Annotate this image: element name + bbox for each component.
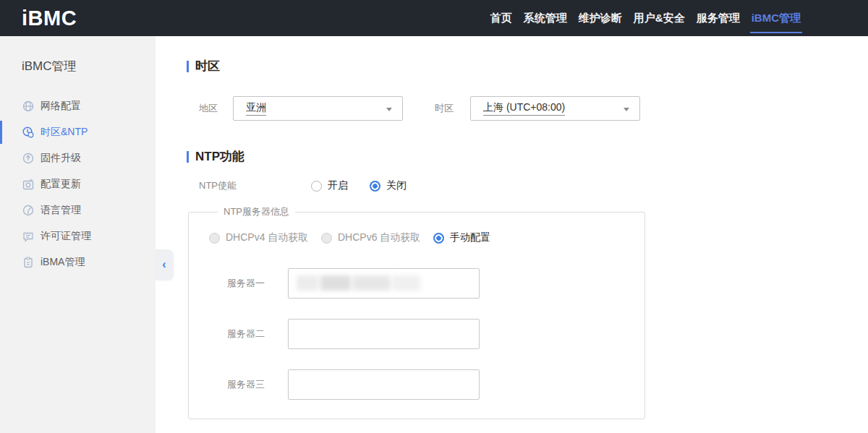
server-one-label: 服务器一 [209, 277, 288, 290]
network-icon [22, 100, 34, 113]
ntp-section-title: NTP功能 [187, 148, 868, 165]
sidebar-title: iBMC管理 [22, 58, 156, 74]
timezone-select[interactable]: 上海 (UTC+08:00) [470, 96, 640, 121]
server-three-input[interactable] [288, 369, 480, 400]
license-icon [22, 231, 34, 243]
section-accent-bar [187, 151, 189, 163]
nav-user-security[interactable]: 用户&安全 [628, 0, 691, 36]
firmware-upgrade-icon [22, 153, 34, 165]
sidebar-item-label: 固件升级 [41, 152, 81, 165]
ntp-server-mode-row: DHCPv4 自动获取 DHCPv6 自动获取 手动配置 [209, 231, 644, 244]
sidebar: iBMC管理 网络配置 时区&NTP 固件升级 配置更新 [0, 36, 156, 433]
sidebar-item-language-management[interactable]: 语言管理 [0, 197, 156, 223]
sidebar-item-label: 语言管理 [41, 204, 81, 217]
sidebar-item-ibma-management[interactable]: iBMA管理 [0, 249, 156, 275]
radio-selected-icon [433, 233, 444, 244]
chevron-left-icon: ‹ [162, 258, 166, 271]
manual-config-radio[interactable]: 手动配置 [433, 231, 545, 244]
nav-home[interactable]: 首页 [485, 0, 518, 36]
ntp-enable-on-radio[interactable]: 开启 [311, 179, 348, 192]
nav-ibmc-management[interactable]: iBMC管理 [746, 0, 807, 36]
chevron-down-icon [624, 108, 629, 111]
nav-system-management[interactable]: 系统管理 [518, 0, 573, 36]
ntp-section: NTP功能 NTP使能 开启 关闭 NTP服务器信息 DHC [187, 148, 868, 419]
radio-disabled-icon [209, 233, 220, 244]
sidebar-item-network-config[interactable]: 网络配置 [0, 93, 156, 119]
sidebar-item-label: iBMA管理 [41, 256, 85, 269]
chevron-down-icon [386, 108, 392, 111]
server-three-row: 服务器三 [209, 369, 644, 400]
sidebar-collapse-handle[interactable]: ‹ [156, 249, 173, 280]
server-three-label: 服务器三 [209, 378, 288, 391]
sidebar-item-label: 配置更新 [41, 178, 81, 191]
region-label: 地区 [199, 102, 233, 115]
timezone-ntp-icon [22, 127, 34, 139]
app-logo: iBMC [22, 7, 77, 30]
dhcpv6-auto-radio[interactable]: DHCPv6 自动获取 [321, 231, 433, 244]
server-two-row: 服务器二 [209, 319, 644, 349]
server-two-label: 服务器二 [209, 327, 288, 340]
radio-unselected-icon [311, 181, 322, 192]
server-one-row: 服务器一 [209, 268, 644, 299]
radio-selected-icon [370, 181, 380, 192]
ntp-enable-row: NTP使能 开启 关闭 [199, 179, 868, 192]
ntp-enable-off-radio[interactable]: 关闭 [370, 179, 407, 192]
ntp-server-info-legend: NTP服务器信息 [218, 205, 295, 218]
language-icon [22, 205, 34, 217]
timezone-label: 时区 [435, 102, 470, 115]
timezone-section-title: 时区 [187, 58, 868, 74]
sidebar-item-firmware-upgrade[interactable]: 固件升级 [0, 145, 156, 171]
ntp-enable-label: NTP使能 [199, 179, 311, 192]
region-select[interactable]: 亚洲 [233, 96, 403, 121]
ibma-icon [22, 257, 34, 269]
sidebar-item-label: 网络配置 [41, 100, 81, 113]
top-nav: 首页 系统管理 维护诊断 用户&安全 服务管理 iBMC管理 [485, 0, 807, 36]
nav-maintenance-diagnosis[interactable]: 维护诊断 [573, 0, 628, 36]
region-select-value: 亚洲 [246, 101, 266, 116]
sidebar-item-label: 许可证管理 [41, 230, 91, 243]
sidebar-item-timezone-ntp[interactable]: 时区&NTP [0, 119, 156, 145]
radio-disabled-icon [321, 233, 332, 244]
server-two-input[interactable] [288, 319, 480, 349]
timezone-form-row: 地区 亚洲 时区 上海 (UTC+08:00) [199, 96, 868, 121]
server-one-input[interactable] [288, 268, 480, 299]
main-content: 时区 地区 亚洲 时区 上海 (UTC+08:00) NTP功能 NTP使能 [156, 36, 868, 433]
sidebar-item-license-management[interactable]: 许可证管理 [0, 223, 156, 249]
timezone-select-value: 上海 (UTC+08:00) [483, 101, 565, 116]
app-header: iBMC 首页 系统管理 维护诊断 用户&安全 服务管理 iBMC管理 [0, 0, 868, 36]
nav-service-management[interactable]: 服务管理 [691, 0, 746, 36]
sidebar-item-label: 时区&NTP [41, 126, 88, 139]
sidebar-item-config-update[interactable]: 配置更新 [0, 171, 156, 197]
ntp-server-info-group: NTP服务器信息 DHCPv4 自动获取 DHCPv6 自动获取 手动配置 [188, 205, 645, 419]
config-update-icon [22, 179, 34, 191]
section-accent-bar [187, 61, 189, 72]
dhcpv4-auto-radio[interactable]: DHCPv4 自动获取 [209, 231, 321, 244]
